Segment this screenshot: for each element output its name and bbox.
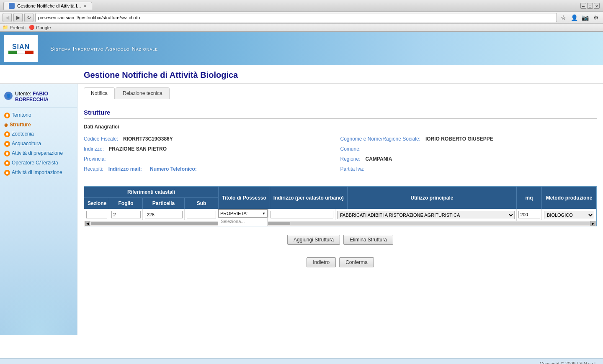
option-seleziona[interactable]: Seleziona... [218,218,268,225]
sidebar-item-attivita-prep[interactable]: Attività di preparazione [0,149,77,158]
nav-label-strutture: Strutture [10,122,31,128]
td-metodo: BIOLOGICO [542,209,596,221]
browser-tab[interactable]: Gestione Notifiche di Attività I... ✕ [3,2,92,10]
input-indirizzo-catasto[interactable] [271,211,333,218]
elimina-struttura-button[interactable]: Elimina Struttura [343,235,393,245]
th-utilizzo: Utilizzo principale [348,187,517,209]
tab-relazione[interactable]: Relazione tecnica [116,87,170,99]
th-sezione: Sezione [84,198,109,209]
td-possesso: PROPRIETA' ▼ Seleziona... AFFITTO ALTRA … [218,209,268,218]
option-affitto[interactable]: AFFITTO [218,225,268,226]
input-particella[interactable] [145,211,183,218]
page-title: Gestione Notifiche di Attività Biologica [84,70,595,80]
row-partita-iva: Partita Iva: [340,164,597,174]
label-regione: Regione: [340,155,364,163]
user-avatar: 👤 [4,92,13,100]
bookmark-google[interactable]: 🔴 Google [29,25,51,30]
sidebar: 👤 Utente: FABIO BORFECCHIA Territorio ◉ … [0,84,77,335]
nav-label-attivita-imp: Attività di importazione [12,169,62,175]
scroll-track[interactable] [91,222,590,225]
window-controls: ─ □ ✕ [580,3,600,9]
label-indirizzo-mail: Indirizzo mail: [108,165,145,173]
sidebar-item-attivita-imp[interactable]: Attività di importazione [0,168,77,177]
sidebar-item-acquacoltura[interactable]: Acquacoltura [0,139,77,149]
nav-icons: ☆ 👤 📷 ⚙ [559,13,600,22]
input-foglio[interactable] [111,211,141,218]
value-indirizzo: FRAZIONE SAN PIETRO [109,145,170,153]
input-sub[interactable] [187,211,216,218]
value-recapiti: Indirizzo mail: Numero Telefonico: [108,165,204,173]
bookmarks-bar: 📁 Preferiti 🔴 Google [0,24,603,31]
address-bar[interactable] [35,13,557,22]
horizontal-scrollbar[interactable]: ◀ ▶ [84,221,596,226]
bookmark-google-label: Google [36,25,51,30]
tab-title: Gestione Notifiche di Attività I... [17,3,81,8]
value-comune [366,145,369,153]
row-comune: Comune: [340,144,597,154]
value-regione: CAMPANIA [366,155,396,163]
maximize-button[interactable]: □ [587,3,593,9]
strutture-table: Riferimenti catastali Sezione Foglio Par… [84,186,597,226]
subsection-title: Dati Anagrafici [84,124,597,130]
minimize-button[interactable]: ─ [580,3,586,9]
sidebar-item-strutture[interactable]: ◉ Strutture [0,120,77,129]
aggiungi-struttura-button[interactable]: Aggiungi Struttura [287,235,340,245]
possesso-value: PROPRIETA' [220,211,247,216]
td-foglio [109,209,143,220]
logo-text: SIAN [12,43,30,51]
conferma-button[interactable]: Conferma [339,257,374,267]
select-metodo[interactable]: BIOLOGICO [544,211,594,219]
scroll-left-arrow[interactable]: ◀ [85,221,90,226]
logo-flag [8,51,34,54]
flag-white [17,51,25,54]
settings-icon[interactable]: ⚙ [591,13,600,22]
th-riferimenti-sub: Sezione Foglio Particella Sub [84,198,218,209]
select-utilizzo[interactable]: FABBRICATI ADIBITI A RISTORAZIONE AGRITU… [337,211,515,219]
divider [84,181,597,181]
nav-bullet-attivita-prep [4,151,10,156]
table-row: PROPRIETA' ▼ Seleziona... AFFITTO ALTRA … [84,209,596,221]
refresh-button[interactable]: ↻ [24,13,34,22]
row-recapiti: Recapiti: Indirizzo mail: Numero Telefon… [84,164,340,174]
profile-icon[interactable]: 👤 [570,13,579,22]
sidebar-item-territorio[interactable]: Territorio [0,110,77,120]
close-button[interactable]: ✕ [594,3,600,9]
bookmark-preferiti[interactable]: 📁 Preferiti [3,25,26,30]
action-buttons: Aggiungi Struttura Elimina Struttura [84,231,597,249]
td-particella [143,209,185,220]
input-sezione[interactable] [86,211,107,218]
indietro-button[interactable]: Indietro [307,257,336,267]
user-details: Utente: FABIO BORFECCHIA [15,91,73,103]
user-info: 👤 Utente: FABIO BORFECCHIA [0,87,77,108]
nav-bullet-acquacoltura [4,141,10,147]
forward-button[interactable]: ▶ [13,13,23,22]
tab-close-button[interactable]: ✕ [83,4,87,8]
browser-chrome: Gestione Notifiche di Attività I... ✕ ─ … [0,0,603,32]
nav-bullet-attivita-imp [4,170,10,176]
possesso-selected[interactable]: PROPRIETA' ▼ [218,209,268,218]
label-recapiti: Recapiti: [84,165,107,173]
th-particella: Particella [143,198,185,209]
th-mq: mq [517,187,542,209]
sidebar-item-zootecnia[interactable]: Zootecnia [0,129,77,139]
td-sub [185,209,218,220]
scroll-right-arrow[interactable]: ▶ [590,221,595,226]
photo-icon[interactable]: 📷 [580,13,590,22]
nav-bullet-strutture: ◉ [4,123,8,127]
value-provincia [111,155,114,163]
row-codice-fiscale: Codice Fiscale: RIORRT73C19G386Y [84,134,340,144]
input-mq[interactable] [518,211,540,218]
row-indirizzo: Indirizzo: FRAZIONE SAN PIETRO [84,144,340,154]
row-provincia: Provincia: [84,154,340,164]
sidebar-item-operatore[interactable]: Operatore C/Terzista [0,158,77,168]
star-icon[interactable]: ☆ [559,13,568,22]
td-mq [517,209,542,220]
td-sezione [84,209,109,220]
value-cognome-nome: IORIO ROBERTO GIUSEPPE [425,135,497,143]
possesso-dropdown[interactable]: PROPRIETA' ▼ Seleziona... AFFITTO ALTRA … [218,209,268,218]
nav-label-zootecnia: Zootecnia [12,131,34,137]
tab-notifica[interactable]: Notifica [84,87,115,99]
nav-label-acquacoltura: Acquacoltura [12,141,41,146]
user-label-text: Utente: [15,91,31,97]
back-button[interactable]: ◀ [3,13,12,22]
